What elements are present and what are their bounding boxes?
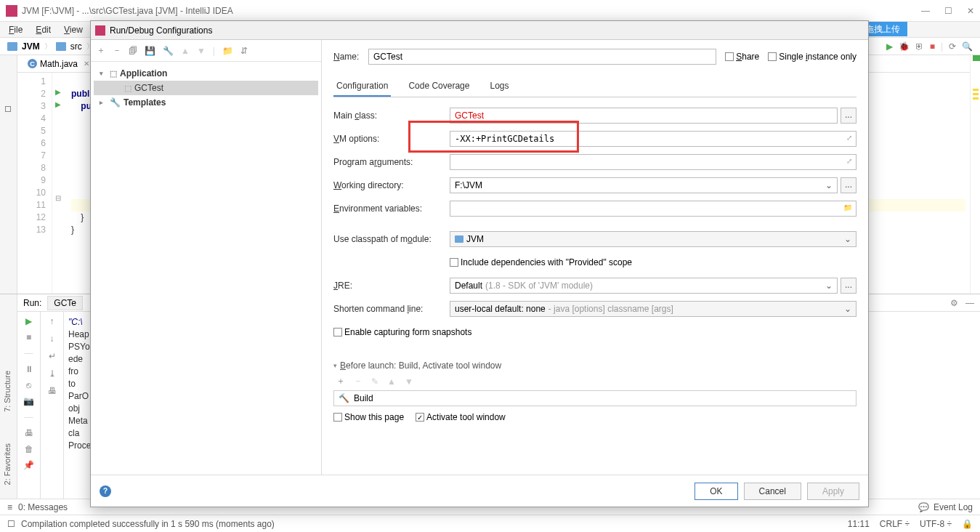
encoding[interactable]: UTF-8 ÷	[920, 519, 952, 529]
wrench-icon[interactable]: 🔧	[163, 46, 174, 56]
up-icon[interactable]: ↑	[50, 316, 54, 326]
editor-tab-math[interactable]: C Math.java ✕	[22, 56, 96, 72]
menu-view[interactable]: View	[60, 23, 87, 36]
browse-working-dir[interactable]: ...	[841, 177, 857, 193]
stop-icon[interactable]: ■	[930, 41, 935, 52]
classpath-module-combo[interactable]: JVM	[450, 231, 857, 247]
tree-templates[interactable]: ▸ 🔧 Templates	[94, 95, 318, 110]
window-controls[interactable]: — ☐ ✕	[921, 6, 974, 16]
copy-icon[interactable]: 🗐	[129, 46, 137, 56]
activate-tool-window-checkbox[interactable]: Activate tool window	[416, 412, 506, 422]
single-instance-checkbox[interactable]: Single instance only	[768, 52, 857, 62]
close-icon[interactable]: ✕	[967, 6, 974, 16]
include-deps-checkbox[interactable]: Include dependencies with "Provided" sco…	[450, 257, 632, 267]
maximize-icon[interactable]: ☐	[944, 6, 952, 16]
tab-configuration[interactable]: Configuration	[333, 76, 391, 97]
minimize-icon[interactable]: —	[921, 6, 930, 16]
coverage-icon[interactable]: ⛨	[915, 41, 924, 52]
wrap-icon[interactable]: ↵	[49, 351, 56, 361]
add-icon[interactable]: ＋	[97, 44, 105, 57]
down-icon[interactable]: ↓	[50, 334, 54, 344]
run-icon[interactable]: ▶	[886, 41, 893, 52]
side-tab-favorites[interactable]: 2: Favorites	[3, 443, 12, 485]
camera-icon[interactable]: 📷	[23, 396, 34, 406]
expand-icon[interactable]: ⤢	[846, 134, 852, 142]
delete-icon[interactable]: 🗑	[25, 444, 33, 454]
print-icon[interactable]: 🖶	[48, 386, 57, 396]
tab-coverage[interactable]: Code Coverage	[405, 76, 472, 97]
event-log[interactable]: Event Log	[934, 502, 973, 512]
tab-logs[interactable]: Logs	[487, 76, 511, 97]
before-launch-list[interactable]: 🔨 Build	[333, 390, 857, 406]
show-this-page-checkbox[interactable]: Show this page	[333, 412, 404, 422]
browse-main-class[interactable]: ...	[841, 108, 857, 124]
vm-options-input[interactable]	[450, 131, 857, 147]
program-args-input[interactable]	[450, 154, 857, 170]
share-checkbox[interactable]: Share	[725, 52, 759, 62]
exit-icon[interactable]: ⎋	[26, 380, 31, 390]
run-line-icon[interactable]: ▶	[55, 86, 67, 98]
help-icon[interactable]: ?	[100, 485, 111, 497]
env-vars-input[interactable]	[450, 201, 857, 217]
up-icon[interactable]: ▲	[181, 46, 190, 56]
folder-open-icon[interactable]: 📁	[843, 203, 852, 211]
breadcrumb-src[interactable]: src	[70, 41, 82, 52]
cancel-button[interactable]: Cancel	[744, 483, 801, 500]
browse-jre[interactable]: ...	[841, 278, 857, 294]
line-sep[interactable]: CRLF ÷	[880, 519, 910, 529]
menu-file[interactable]: FFileile	[4, 23, 27, 36]
up-icon[interactable]: ▲	[387, 376, 396, 387]
gear-icon[interactable]: ⚙	[950, 298, 958, 308]
rerun-icon[interactable]: ▶	[25, 316, 32, 326]
messages-icon[interactable]: ≡	[7, 502, 12, 512]
apply-button[interactable]: Apply	[807, 483, 859, 500]
breadcrumb-jvm[interactable]: JVM	[22, 41, 40, 52]
jre-combo[interactable]: Default(1.8 - SDK of 'JVM' module)	[450, 278, 838, 294]
down-icon[interactable]: ▼	[405, 376, 413, 387]
edit-icon[interactable]: ✎	[371, 376, 378, 387]
sidebar-toolbar: ＋ － 🗐 💾 🔧 ▲ ▼ | 📁 ⇵	[91, 40, 321, 62]
before-launch-header[interactable]: ▾ Before launch: Build, Activate tool wi…	[333, 360, 857, 371]
stop-icon[interactable]: ■	[26, 332, 31, 342]
event-log-icon[interactable]: 💬	[918, 502, 929, 512]
git-icon[interactable]: ⟳	[949, 41, 956, 52]
remove-icon[interactable]: －	[354, 375, 363, 387]
side-tab-structure[interactable]: 7: Structure	[3, 371, 12, 412]
menu-edit[interactable]: Edit	[31, 23, 55, 36]
save-icon[interactable]: 💾	[145, 46, 155, 56]
form-snapshots-checkbox[interactable]: Enable capturing form snapshots	[333, 327, 471, 337]
scroll-icon[interactable]: ⤓	[49, 368, 56, 379]
down-icon[interactable]: ▼	[197, 46, 206, 56]
folder-icon[interactable]: 📁	[222, 46, 233, 56]
shorten-cmd-combo[interactable]: user-local default: none- java [options]…	[450, 301, 857, 317]
add-icon[interactable]: ＋	[336, 375, 345, 387]
expand-icon[interactable]: ⤢	[846, 157, 852, 165]
tree-application[interactable]: ▾ ⬚ Application	[94, 66, 318, 81]
debug-icon[interactable]: 🐞	[899, 41, 910, 52]
pause-icon[interactable]: ⏸	[25, 364, 33, 374]
run-label: Run:	[23, 298, 41, 308]
working-dir-combo[interactable]: F:\JVM	[450, 177, 838, 193]
minimize-icon[interactable]: —	[965, 298, 974, 308]
fold-icon[interactable]: ⊟	[55, 192, 67, 204]
ok-button[interactable]: OK	[694, 483, 737, 500]
collapse-icon[interactable]: ⇵	[240, 46, 248, 56]
bookmark-icon[interactable]	[5, 106, 11, 112]
run-tab[interactable]: GCTe	[47, 296, 83, 310]
remove-icon[interactable]: －	[113, 44, 121, 57]
print-icon[interactable]: 🖶	[25, 428, 33, 438]
tree-gctest[interactable]: ⬚ GCTest	[94, 81, 318, 95]
search-icon[interactable]: 🔍	[962, 41, 973, 52]
app-icon	[6, 5, 17, 17]
folder-icon	[56, 42, 66, 51]
pin-icon[interactable]: 📌	[23, 460, 34, 470]
run-line-icon[interactable]: ▶	[55, 98, 67, 110]
run-gutter: ▶ ▶ ⊟	[52, 73, 67, 294]
main-class-input[interactable]	[450, 108, 838, 124]
dialog-form: Name: Share Single instance only Configu…	[322, 40, 868, 475]
messages-tab[interactable]: 0: Messages	[18, 502, 68, 512]
close-tab-icon[interactable]: ✕	[84, 60, 89, 68]
name-input[interactable]	[368, 49, 716, 65]
templates-icon: 🔧	[110, 97, 121, 108]
lock-icon[interactable]: 🔒	[962, 519, 973, 529]
